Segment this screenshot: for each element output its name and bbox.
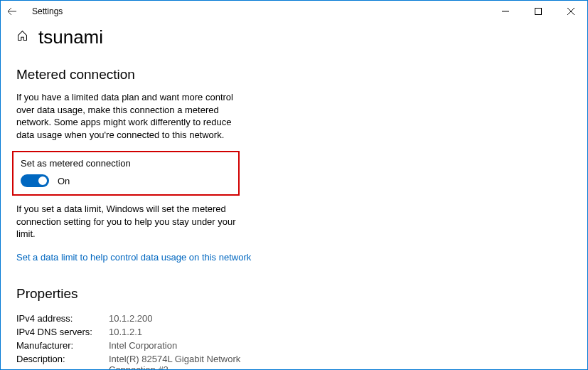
toggle-label: Set as metered connection [21, 158, 231, 169]
prop-val: Intel(R) 82574L Gigabit Network Connecti… [109, 354, 251, 370]
metered-description: If you have a limited data plan and want… [16, 91, 244, 141]
svg-rect-0 [535, 9, 542, 15]
metered-toggle[interactable] [21, 174, 49, 187]
content-area: tsunami Metered connection If you have a… [1, 22, 587, 370]
close-icon [567, 8, 574, 15]
page-header: tsunami [16, 26, 572, 48]
properties-table: IPv4 address:10.1.2.200 IPv4 DNS servers… [16, 312, 572, 370]
prop-key: Manufacturer: [16, 340, 109, 351]
minimize-icon [502, 8, 509, 15]
minimize-button[interactable] [489, 1, 522, 22]
prop-row: IPv4 DNS servers:10.1.2.1 [16, 325, 572, 339]
prop-val: 10.1.2.200 [109, 313, 152, 324]
toggle-state-text: On [58, 176, 70, 186]
prop-key: IPv4 address: [16, 313, 109, 324]
maximize-icon [535, 8, 542, 15]
page-title: tsunami [38, 26, 103, 48]
prop-val: 10.1.2.1 [109, 327, 142, 337]
prop-key: Description: [16, 354, 109, 364]
prop-row: IPv4 address:10.1.2.200 [16, 312, 572, 325]
metered-heading: Metered connection [16, 67, 572, 83]
back-button[interactable] [1, 1, 23, 22]
metered-post-text: If you set a data limit, Windows will se… [16, 203, 244, 240]
prop-val: Intel Corporation [109, 340, 177, 351]
window-title: Settings [32, 6, 63, 16]
prop-key: IPv4 DNS servers: [16, 327, 109, 337]
maximize-button[interactable] [522, 1, 555, 22]
prop-row: Description:Intel(R) 82574L Gigabit Netw… [16, 352, 572, 370]
properties-heading: Properties [16, 286, 572, 302]
prop-row: Manufacturer:Intel Corporation [16, 339, 572, 352]
data-limit-link[interactable]: Set a data limit to help control data us… [16, 252, 251, 263]
close-button[interactable] [555, 1, 587, 22]
titlebar: Settings [1, 1, 587, 22]
home-icon [16, 30, 28, 45]
arrow-left-icon [7, 6, 17, 16]
metered-toggle-highlight: Set as metered connection On [12, 151, 240, 196]
